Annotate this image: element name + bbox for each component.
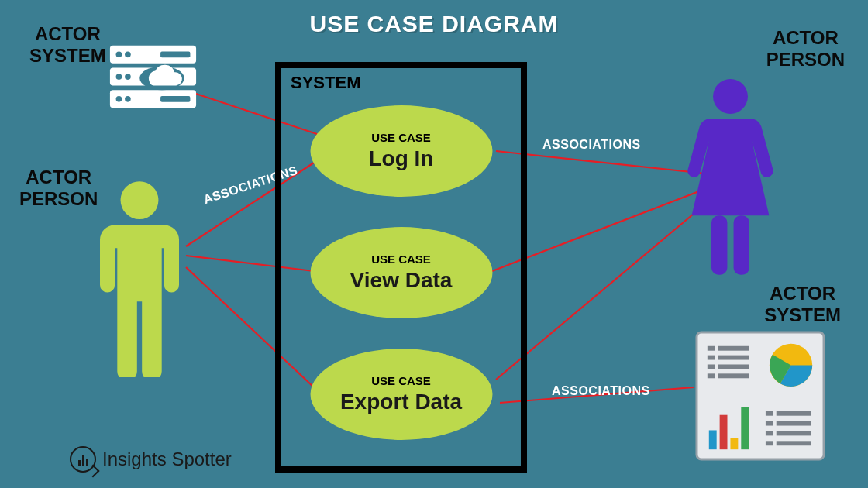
report-system-icon <box>695 331 825 464</box>
svg-rect-43 <box>777 431 811 435</box>
usecase-name: View Data <box>350 268 453 293</box>
usecase-label: USE CASE <box>371 253 431 266</box>
usecase-label: USE CASE <box>371 131 431 144</box>
svg-rect-30 <box>718 364 749 369</box>
svg-rect-28 <box>718 356 749 360</box>
usecase-log-in: USE CASE Log In <box>310 105 492 197</box>
svg-rect-44 <box>766 441 773 445</box>
usecase-name: Export Data <box>340 390 462 414</box>
svg-rect-23 <box>734 215 749 274</box>
svg-rect-41 <box>777 421 811 426</box>
svg-point-15 <box>116 96 122 102</box>
usecase-view-data: USE CASE View Data <box>310 227 492 318</box>
svg-point-20 <box>121 181 159 219</box>
svg-rect-18 <box>160 96 190 102</box>
page-title: USE CASE DIAGRAM <box>309 11 558 37</box>
svg-rect-42 <box>766 431 773 435</box>
person-male-icon <box>97 180 182 380</box>
svg-point-13 <box>116 74 122 80</box>
svg-rect-45 <box>777 441 811 445</box>
svg-rect-22 <box>711 215 727 274</box>
svg-point-12 <box>125 51 131 57</box>
person-female-icon <box>682 77 779 286</box>
usecase-name: Log In <box>369 146 434 171</box>
label-actor-system-bottom-right: ACTORSYSTEM <box>764 283 841 325</box>
svg-point-16 <box>125 96 131 102</box>
svg-rect-40 <box>766 421 773 426</box>
svg-point-14 <box>125 74 131 80</box>
label-actor-person-right: ACTORPERSON <box>766 27 845 70</box>
usecase-label: USE CASE <box>371 374 431 387</box>
svg-rect-32 <box>718 373 749 378</box>
usecase-export-data: USE CASE Export Data <box>310 349 492 440</box>
system-boundary: SYSTEM USE CASE Log In USE CASE View Dat… <box>275 62 527 473</box>
svg-rect-38 <box>766 411 773 416</box>
assoc-label-top-right: ASSOCIATIONS <box>542 138 641 152</box>
svg-rect-39 <box>777 411 811 416</box>
svg-line-6 <box>496 198 713 380</box>
brand-text: Insights Spotter <box>102 448 232 470</box>
assoc-label-bottom-right: ASSOCIATIONS <box>552 384 650 398</box>
svg-rect-34 <box>709 430 717 449</box>
magnifier-bars-icon <box>70 446 96 473</box>
svg-line-4 <box>496 151 713 174</box>
svg-rect-17 <box>160 51 190 57</box>
svg-rect-26 <box>718 346 749 351</box>
label-actor-person-left: ACTORPERSON <box>19 167 98 209</box>
brand-logo: Insights Spotter <box>70 446 232 473</box>
svg-rect-27 <box>708 356 715 360</box>
svg-rect-25 <box>708 346 715 351</box>
svg-rect-36 <box>730 438 738 449</box>
svg-point-21 <box>713 79 748 114</box>
svg-rect-29 <box>708 364 715 369</box>
server-cloud-icon <box>108 43 198 112</box>
svg-point-11 <box>116 51 122 57</box>
svg-rect-35 <box>720 415 728 449</box>
system-label: SYSTEM <box>291 73 360 93</box>
svg-rect-37 <box>741 407 749 449</box>
svg-rect-31 <box>708 373 715 378</box>
label-actor-system-top-left: ACTORSYSTEM <box>29 23 106 66</box>
